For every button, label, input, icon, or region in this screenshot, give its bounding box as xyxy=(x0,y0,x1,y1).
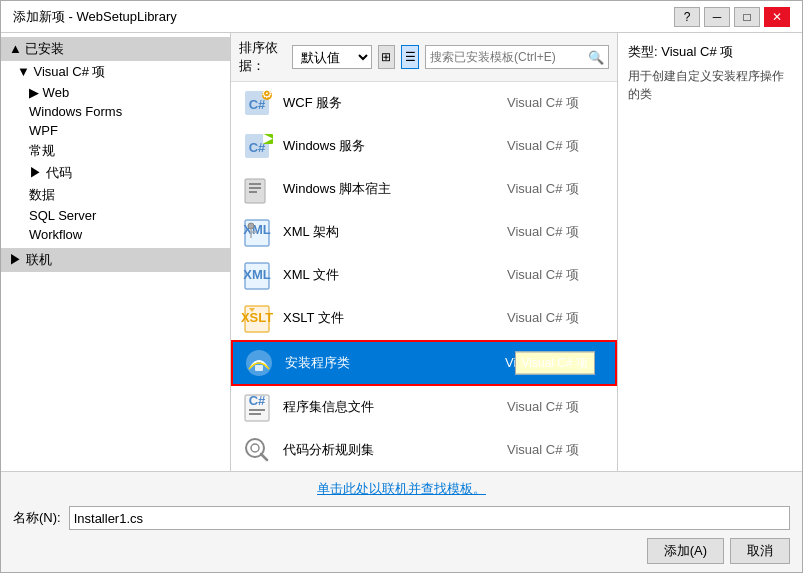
svg-text:⚙: ⚙ xyxy=(261,87,273,101)
maximize-button[interactable]: □ xyxy=(734,7,760,27)
sidebar-item-workflow[interactable]: Workflow xyxy=(1,225,230,244)
xml-schema-icon: XML xyxy=(241,216,273,248)
sidebar-item-web[interactable]: ▶ Web xyxy=(1,83,230,102)
item-name-script: Windows 脚本宿主 xyxy=(283,180,497,198)
xslt-icon: XSLT xyxy=(241,302,273,334)
windows-script-icon xyxy=(241,173,273,205)
list-item[interactable]: XML XML 文件 Visual C# 项 xyxy=(231,254,617,297)
item-type-script: Visual C# 项 xyxy=(507,180,607,198)
item-type-xml-file: Visual C# 项 xyxy=(507,266,607,284)
installed-label: ▲ 已安装 xyxy=(9,40,64,58)
sort-label: 排序依据： xyxy=(239,39,286,75)
item-type-assembly: Visual C# 项 xyxy=(507,398,607,416)
sidebar-item-windows-forms[interactable]: Windows Forms xyxy=(1,102,230,121)
svg-point-14 xyxy=(248,223,254,229)
title-bar-left: 添加新项 - WebSetupLibrary xyxy=(13,8,177,26)
items-grid: C# ⚙ WCF 服务 Visual C# 项 C# xyxy=(231,82,617,471)
sidebar-item-wpf[interactable]: WPF xyxy=(1,121,230,140)
sidebar-item-general[interactable]: 常规 xyxy=(1,140,230,162)
content-area: ▲ 已安装 ▼ Visual C# 项 ▶ Web Windows Forms … xyxy=(1,33,802,471)
online-section-header[interactable]: ▶ 联机 xyxy=(1,248,230,272)
xml-file-icon: XML xyxy=(241,259,273,291)
svg-text:XML: XML xyxy=(243,222,271,237)
visual-csharp-label: ▼ Visual C# 项 xyxy=(17,63,106,81)
sidebar-item-sql-server[interactable]: SQL Server xyxy=(1,206,230,225)
wcf-icon: C# ⚙ xyxy=(241,87,273,119)
name-input[interactable] xyxy=(69,506,790,530)
installed-section-header[interactable]: ▲ 已安装 xyxy=(1,37,230,61)
help-button[interactable]: ? xyxy=(674,7,700,27)
svg-text:XML: XML xyxy=(243,267,271,282)
right-panel: 类型: Visual C# 项 用于创建自定义安装程序操作的类 xyxy=(617,33,802,471)
web-label: ▶ Web xyxy=(29,85,69,100)
list-item[interactable]: C# ▶ Windows 服务 Visual C# 项 xyxy=(231,125,617,168)
add-new-item-dialog: 添加新项 - WebSetupLibrary ? ─ □ ✕ ▲ 已安装 ▼ V… xyxy=(0,0,803,573)
workflow-label: Workflow xyxy=(29,227,82,242)
svg-rect-26 xyxy=(249,409,265,411)
search-input[interactable] xyxy=(426,46,584,68)
sql-server-label: SQL Server xyxy=(29,208,96,223)
sidebar-item-code[interactable]: ▶ 代码 xyxy=(1,162,230,184)
close-button[interactable]: ✕ xyxy=(764,7,790,27)
item-name-code-analysis: 代码分析规则集 xyxy=(283,441,497,459)
title-bar: 添加新项 - WebSetupLibrary ? ─ □ ✕ xyxy=(1,1,802,33)
installer-icon xyxy=(243,347,275,379)
add-button[interactable]: 添加(A) xyxy=(647,538,724,564)
code-analysis-icon xyxy=(241,434,273,466)
name-label: 名称(N): xyxy=(13,509,61,527)
item-name-xml-schema: XML 架构 xyxy=(283,223,497,241)
dialog-title: 添加新项 - WebSetupLibrary xyxy=(13,8,177,26)
item-name-assembly: 程序集信息文件 xyxy=(283,398,497,416)
svg-text:C#: C# xyxy=(249,393,266,408)
installer-tooltip: Visual C# 项 xyxy=(515,352,595,375)
list-item[interactable]: XSLT XSLT 文件 Visual C# 项 xyxy=(231,297,617,340)
svg-text:XSLT: XSLT xyxy=(241,310,273,325)
sidebar-item-visual-csharp[interactable]: ▼ Visual C# 项 xyxy=(1,61,230,83)
list-item[interactable]: Windows 脚本宿主 Visual C# 项 xyxy=(231,168,617,211)
minimize-button[interactable]: ─ xyxy=(704,7,730,27)
svg-rect-11 xyxy=(249,191,257,193)
toolbar: 排序依据： 默认值 名称 类型 ⊞ ☰ 🔍 xyxy=(231,33,617,82)
svg-text:▶: ▶ xyxy=(263,130,273,145)
item-name-xslt: XSLT 文件 xyxy=(283,309,497,327)
svg-point-29 xyxy=(251,444,259,452)
left-panel: ▲ 已安装 ▼ Visual C# 项 ▶ Web Windows Forms … xyxy=(1,33,231,471)
svg-rect-27 xyxy=(249,413,261,415)
list-view-button[interactable]: ☰ xyxy=(401,45,419,69)
windows-service-icon: C# ▶ xyxy=(241,130,273,162)
general-label: 常规 xyxy=(29,142,55,160)
item-type-code-analysis: Visual C# 项 xyxy=(507,441,607,459)
bottom-area: 单击此处以联机并查找模板。 名称(N): 添加(A) 取消 xyxy=(1,471,802,572)
search-box: 🔍 xyxy=(425,45,609,69)
windows-forms-label: Windows Forms xyxy=(29,104,122,119)
cancel-button[interactable]: 取消 xyxy=(730,538,790,564)
assembly-info-icon: C# xyxy=(241,391,273,423)
item-type-windows-service: Visual C# 项 xyxy=(507,137,607,155)
list-item[interactable]: C# 程序集信息文件 Visual C# 项 xyxy=(231,386,617,429)
item-name-wcf: WCF 服务 xyxy=(283,94,497,112)
name-row: 名称(N): xyxy=(13,506,790,530)
main-panel: 排序依据： 默认值 名称 类型 ⊞ ☰ 🔍 xyxy=(231,33,617,471)
list-item[interactable]: XML XML 架构 Visual C# 项 xyxy=(231,211,617,254)
wpf-label: WPF xyxy=(29,123,58,138)
svg-rect-10 xyxy=(249,187,261,189)
item-name-installer: 安装程序类 xyxy=(285,354,495,372)
sort-select[interactable]: 默认值 名称 类型 xyxy=(292,45,372,69)
code-label: ▶ 代码 xyxy=(29,164,72,182)
svg-rect-9 xyxy=(249,183,261,185)
search-button[interactable]: 🔍 xyxy=(584,45,608,69)
grid-view-button[interactable]: ⊞ xyxy=(378,45,396,69)
svg-rect-23 xyxy=(255,365,263,371)
action-buttons: 添加(A) 取消 xyxy=(13,538,790,564)
list-item[interactable]: C# ⚙ WCF 服务 Visual C# 项 xyxy=(231,82,617,125)
sidebar-item-data[interactable]: 数据 xyxy=(1,184,230,206)
info-type: 类型: Visual C# 项 xyxy=(628,43,792,61)
item-name-windows-service: Windows 服务 xyxy=(283,137,497,155)
list-item-installer[interactable]: 安装程序类 Visual C# 项 Visual C# 项 xyxy=(231,340,617,386)
info-desc: 用于创建自定义安装程序操作的类 xyxy=(628,67,792,103)
title-controls: ? ─ □ ✕ xyxy=(674,7,790,27)
online-label: ▶ 联机 xyxy=(9,251,52,269)
item-type-xml-schema: Visual C# 项 xyxy=(507,223,607,241)
list-item[interactable]: 代码分析规则集 Visual C# 项 xyxy=(231,429,617,471)
online-link[interactable]: 单击此处以联机并查找模板。 xyxy=(317,481,486,496)
